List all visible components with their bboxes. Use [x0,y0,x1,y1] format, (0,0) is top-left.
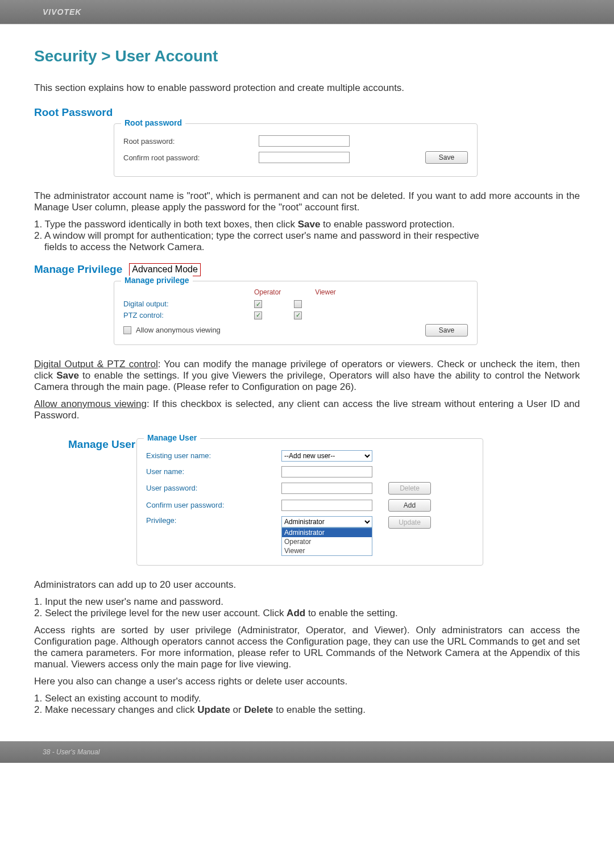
priv-para-d: to enable the settings. If you give View… [34,370,580,392]
root-step1-b: Save [298,219,321,230]
advanced-mode-badge: Advanced Mode [129,263,201,276]
mu-step-4: 2. Make necessary changes and click Upda… [34,704,580,716]
root-step1-a: 1. Type the password identically in both… [34,219,298,230]
mu-s2-b: Add [287,608,305,618]
manage-user-panel: Manage User Existing user name: --Add ne… [136,438,483,566]
privilege-option-operator[interactable]: Operator [282,537,372,546]
mu-s2-a: 2. Select the privilege level for the ne… [34,608,287,618]
brand-text: VIVOTEK [43,7,81,16]
manage-user-heading: Manage User [68,438,135,451]
delete-button[interactable]: Delete [388,482,431,495]
mu-step-3: 1. Select an existing account to modify. [34,693,580,704]
mu-step-1: 1. Input the new user's name and passwor… [34,596,580,608]
do-operator-checkbox[interactable]: ✓ [254,300,262,308]
root-step1-c: to enable password protection. [320,219,454,230]
col-viewer: Viewer [315,288,335,296]
root-password-heading: Root Password [34,106,580,119]
priv-label-do: Digital output: [123,300,254,308]
page-content: Security > User Account This section exp… [0,24,614,727]
allow-anonymous-checkbox[interactable]: ✓ [123,326,131,334]
page-title: Security > User Account [34,47,580,65]
mu-s4-d: Delete [244,704,273,715]
privilege-paragraph: Digital Output & PTZ control: You can mo… [34,359,580,393]
manage-privilege-legend: Manage privilege [121,276,193,285]
privilege-save-button[interactable]: Save [425,324,468,337]
manage-privilege-heading: Manage Privilege [34,263,122,276]
mu-para-2: Access rights are sorted by user privile… [34,625,580,670]
ptz-operator-checkbox[interactable]: ✓ [254,312,262,319]
mu-s4-c: or [230,704,244,715]
root-step-1: 1. Type the password identically in both… [34,219,580,230]
root-password-legend: Root password [121,118,185,127]
root-password-label: Root password: [123,137,254,146]
existing-user-label: Existing user name: [146,451,277,460]
manage-user-legend: Manage User [144,433,200,442]
priv-row-digital-output: Digital output: ✓ ✓ [123,300,468,309]
mu-steps-1: 1. Input the new user's name and passwor… [34,596,580,619]
priv-row-ptz: PTZ control: ✓ ✓ [123,310,468,319]
mu-para-1: Administrators can add up to 20 user acc… [34,579,580,591]
user-password-label: User password: [146,484,277,492]
priv-label-ptz: PTZ control: [123,311,254,319]
confirm-user-password-input[interactable] [281,500,372,511]
root-password-input[interactable] [259,135,350,147]
confirm-user-password-label: Confirm user password: [146,501,277,509]
mu-step-2: 2. Select the privilege level for the ne… [34,608,580,619]
existing-user-select[interactable]: --Add new user-- [281,450,372,462]
mu-s2-c: to enable the setting. [305,608,398,618]
privilege-option-administrator[interactable]: Administrator [282,528,372,537]
privilege-columns: Operator Viewer [254,288,468,296]
priv-para-c: Save [56,370,79,381]
root-confirm-label: Confirm root password: [123,153,254,162]
privilege-option-viewer[interactable]: Viewer [282,546,372,555]
add-button[interactable]: Add [388,499,431,512]
anonymous-paragraph: Allow anonymous viewing: If this checkbo… [34,398,580,421]
root-steps: 1. Type the password identically in both… [34,219,580,253]
allow-anonymous-label: Allow anonymous viewing [136,326,221,334]
header-bar: VIVOTEK [0,0,614,24]
col-operator: Operator [254,288,281,296]
priv-para-u: Digital Output & PTZ control [34,359,158,369]
root-step-2a: 2. A window will prompt for authenticati… [34,230,580,242]
user-password-input[interactable] [281,483,372,494]
username-label: User name: [146,467,277,476]
root-save-button[interactable]: Save [425,151,468,164]
username-input[interactable] [281,466,372,477]
mu-s4-b: Update [197,704,230,715]
anon-a: Allow anonymous viewing [34,398,147,409]
root-paragraph: The administrator account name is "root"… [34,190,580,213]
page-number: 38 - User's Manual [43,748,99,756]
mu-s4-a: 2. Make necessary changes and click [34,704,197,715]
mu-steps-2: 1. Select an existing account to modify.… [34,693,580,716]
privilege-label: Privilege: [146,516,277,525]
privilege-dropdown-list: Administrator Operator Viewer [281,528,372,556]
root-confirm-input[interactable] [259,152,350,163]
ptz-viewer-checkbox[interactable]: ✓ [294,312,302,319]
manage-privilege-panel: Manage privilege Operator Viewer Digital… [114,281,478,345]
intro-text: This section explains how to enable pass… [34,82,580,94]
mu-s4-e: to enable the setting. [273,704,366,715]
privilege-select[interactable]: Administrator [281,516,372,528]
root-password-panel: Root password Root password: Confirm roo… [114,123,478,177]
root-step-2b: fields to access the Network Camera. [34,242,580,253]
footer-bar: 38 - User's Manual [0,741,614,763]
do-viewer-checkbox[interactable]: ✓ [294,300,302,308]
mu-para-3: Here you also can change a user's access… [34,676,580,687]
update-button[interactable]: Update [388,516,431,529]
